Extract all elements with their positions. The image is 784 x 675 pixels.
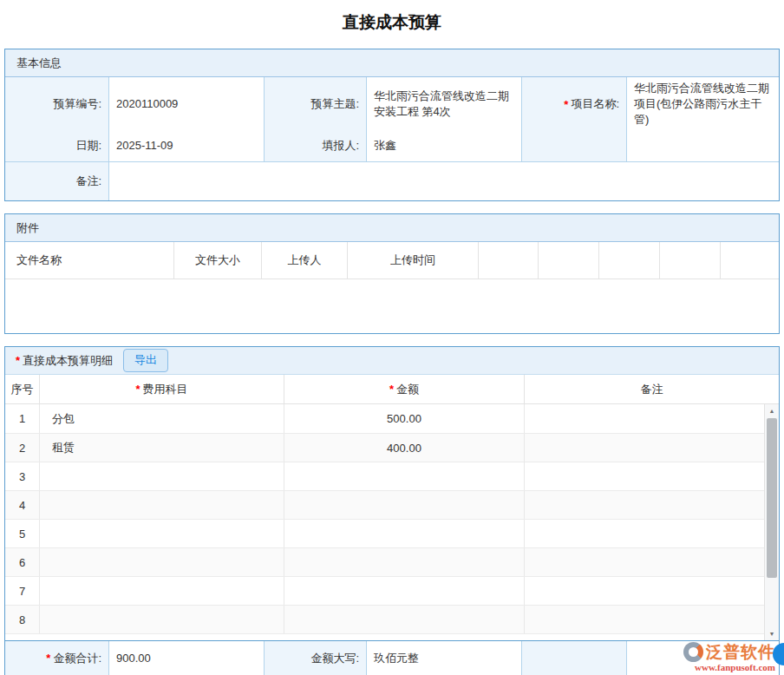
- required-icon: *: [389, 383, 394, 396]
- col-empty-3: [599, 242, 660, 279]
- page: 直接成本预算 基本信息 预算编号: 2020110009 预算主题: 华北雨污合…: [0, 0, 784, 675]
- amount-cell[interactable]: 500.00: [284, 404, 524, 433]
- col-file-size: 文件大小: [174, 242, 262, 279]
- amount-cell[interactable]: [284, 520, 524, 547]
- page-title: 直接成本预算: [0, 0, 784, 49]
- detail-header-row: 序号 * 费用科目 * 金额 备注: [5, 375, 779, 404]
- col-uploader: 上传人: [262, 242, 348, 279]
- basic-info-row-1: 预算编号: 2020110009 预算主题: 华北雨污合流管线改造二期安装工程 …: [5, 77, 779, 129]
- col-empty-2: [539, 242, 599, 279]
- total-amount-label-text: 金额合计:: [53, 651, 101, 666]
- amount-cell[interactable]: [284, 548, 524, 576]
- total-amount-label: * 金额合计:: [5, 641, 108, 675]
- vendor-logo: 泛普软件 www.fanpusoft.com: [683, 641, 775, 672]
- reporter-label: 填报人:: [264, 130, 366, 161]
- attachments-empty-body: [5, 279, 779, 333]
- amount-cell[interactable]: [284, 606, 524, 633]
- attachments-section: 附件 文件名称 文件大小 上传人 上传时间: [4, 213, 780, 334]
- project-name-label: * 项目名称:: [521, 77, 626, 131]
- subject-cell[interactable]: 分包: [39, 404, 284, 433]
- remark-cell[interactable]: [524, 606, 779, 633]
- table-row: 2 租赁 400.00: [5, 433, 779, 462]
- scroll-down-icon[interactable]: ▼: [765, 627, 779, 640]
- remark-cell[interactable]: [524, 548, 779, 576]
- project-name-field[interactable]: 华北雨污合流管线改造二期项目(包伊公路雨污水主干管): [626, 77, 779, 131]
- detail-col-amount: * 金额: [284, 375, 524, 403]
- detail-table-body: 1 分包 500.00 2 租赁 400.00 3 4: [5, 404, 779, 640]
- detail-col-amount-text: 金额: [396, 382, 419, 397]
- amount-cell[interactable]: [284, 491, 524, 519]
- table-row: 7: [5, 576, 779, 605]
- subject-cell[interactable]: [39, 520, 284, 547]
- date-label: 日期:: [5, 130, 108, 161]
- attachments-section-title: 附件: [5, 214, 779, 242]
- scrollbar-thumb[interactable]: [767, 418, 777, 578]
- vendor-logo-cell: 泛普软件 www.fanpusoft.com: [626, 641, 779, 675]
- empty-label-cell: [521, 130, 626, 161]
- table-row: 3: [5, 462, 779, 490]
- subject-cell[interactable]: [39, 462, 284, 490]
- remark-cell[interactable]: [524, 462, 779, 490]
- footer-empty-cell: [521, 641, 626, 675]
- table-row: 5: [5, 519, 779, 547]
- required-icon: *: [46, 652, 50, 665]
- detail-titlebar: * 直接成本预算明细 导出: [5, 347, 779, 375]
- row-index: 3: [5, 462, 39, 490]
- table-row: 6: [5, 547, 779, 576]
- amount-words-field[interactable]: 玖佰元整: [366, 641, 521, 675]
- vertical-scrollbar[interactable]: ▲ ▼: [764, 404, 779, 640]
- table-row: 1 分包 500.00: [5, 404, 779, 433]
- attachments-header-row: 文件名称 文件大小 上传人 上传时间: [5, 242, 779, 279]
- row-index: 8: [5, 606, 39, 633]
- subject-cell[interactable]: [39, 548, 284, 576]
- basic-info-row-3: 备注:: [5, 161, 779, 200]
- subject-cell[interactable]: [39, 606, 284, 633]
- budget-subject-label: 预算主题:: [264, 77, 366, 131]
- partial-row: [5, 633, 779, 640]
- empty-value-cell: [626, 130, 779, 161]
- remark-cell[interactable]: [524, 491, 779, 519]
- total-amount-field[interactable]: 900.00: [108, 641, 264, 675]
- col-upload-time: 上传时间: [348, 242, 479, 279]
- subject-cell[interactable]: [39, 491, 284, 519]
- vendor-website: www.fanpusoft.com: [695, 662, 775, 672]
- detail-col-subject: * 费用科目: [39, 375, 284, 403]
- row-index: 2: [5, 434, 39, 462]
- export-button[interactable]: 导出: [123, 349, 168, 372]
- budget-subject-field[interactable]: 华北雨污合流管线改造二期安装工程 第4次: [366, 77, 521, 131]
- basic-info-row-2: 日期: 2025-11-09 填报人: 张鑫: [5, 129, 779, 161]
- col-empty-5: [721, 242, 779, 279]
- row-index: 1: [5, 404, 39, 433]
- amount-cell[interactable]: 400.00: [284, 434, 524, 462]
- col-empty-1: [479, 242, 539, 279]
- required-icon: *: [16, 354, 20, 367]
- row-index: 5: [5, 520, 39, 547]
- remark-cell[interactable]: [524, 520, 779, 547]
- fanpu-logo-icon: [683, 642, 703, 662]
- remark-cell[interactable]: [524, 434, 779, 462]
- detail-col-subject-text: 费用科目: [143, 382, 188, 397]
- amount-cell[interactable]: [284, 577, 524, 605]
- col-file-name: 文件名称: [5, 242, 174, 279]
- detail-section-title: 直接成本预算明细: [23, 353, 113, 369]
- detail-col-index: 序号: [5, 375, 39, 403]
- scroll-up-icon[interactable]: ▲: [765, 404, 779, 417]
- subject-cell[interactable]: 租赁: [39, 434, 284, 462]
- remark-label: 备注:: [5, 162, 108, 200]
- reporter-field[interactable]: 张鑫: [366, 130, 521, 161]
- amount-cell[interactable]: [284, 462, 524, 490]
- remark-cell[interactable]: [524, 404, 779, 433]
- table-row: 4: [5, 490, 779, 519]
- project-name-label-text: 项目名称:: [571, 96, 619, 112]
- date-field[interactable]: 2025-11-09: [108, 130, 264, 161]
- row-index: 6: [5, 548, 39, 576]
- remark-field[interactable]: [108, 162, 779, 200]
- required-icon: *: [135, 383, 140, 396]
- budget-no-field[interactable]: 2020110009: [108, 77, 264, 131]
- remark-cell[interactable]: [524, 577, 779, 605]
- row-index: 4: [5, 491, 39, 519]
- subject-cell[interactable]: [39, 577, 284, 605]
- basic-info-section-title: 基本信息: [5, 49, 779, 77]
- detail-footer-row: * 金额合计: 900.00 金额大写: 玖佰元整 泛普软件 www.fanpu…: [5, 640, 779, 675]
- col-empty-4: [660, 242, 721, 279]
